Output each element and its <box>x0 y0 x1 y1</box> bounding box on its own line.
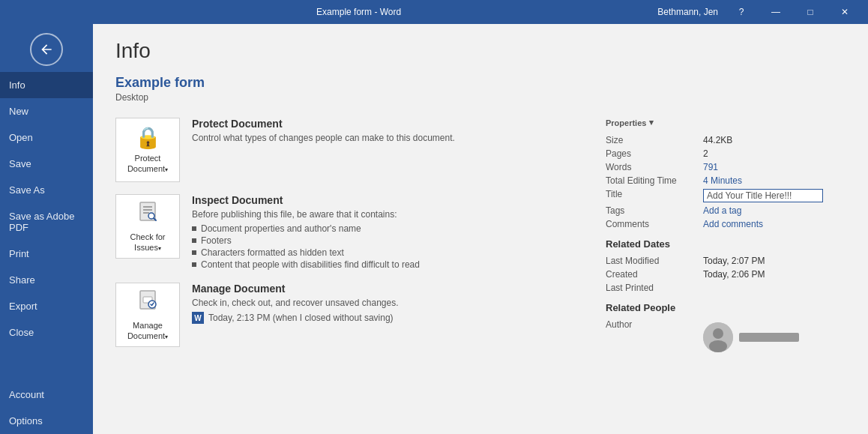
sidebar-item-new[interactable]: New <box>0 98 93 124</box>
prop-editing-time: Total Editing Time 4 Minutes <box>606 175 846 186</box>
prop-last-printed: Last Printed <box>606 283 846 293</box>
sidebar-item-close[interactable]: Close <box>0 319 93 346</box>
check-for-issues-button[interactable]: Check forIssues▾ <box>115 194 180 259</box>
back-button[interactable] <box>30 33 63 66</box>
inspect-document-title: Inspect Document <box>192 194 420 206</box>
list-item: Footers <box>192 235 420 247</box>
back-arrow-icon <box>39 42 54 57</box>
minimize-button[interactable]: — <box>759 0 793 24</box>
sidebar-item-print[interactable]: Print <box>0 241 93 267</box>
sidebar-item-save-adobe[interactable]: Save as Adobe PDF <box>0 203 93 241</box>
manage-document-section: ManageDocument▾ Manage Document Check in… <box>115 283 583 347</box>
inspect-document-list: Document properties and author's name Fo… <box>192 223 420 271</box>
properties-dropdown-arrow[interactable]: ▾ <box>649 118 654 127</box>
protect-document-button[interactable]: 🔒 ProtectDocument▾ <box>115 118 180 182</box>
prop-words: Words 791 <box>606 162 846 172</box>
sidebar-item-info[interactable]: Info <box>0 72 93 98</box>
related-people-header: Related People <box>606 302 846 313</box>
main-content: Info Example form Desktop 🔒 ProtectDocum… <box>93 24 868 434</box>
svg-point-11 <box>709 340 727 352</box>
author-name <box>739 333 799 342</box>
bullet-icon <box>192 238 196 243</box>
list-item: Content that people with disabilities fi… <box>192 259 420 271</box>
prop-author: Author <box>606 319 846 352</box>
list-item: Document properties and author's name <box>192 223 420 235</box>
close-button[interactable]: ✕ <box>828 0 862 24</box>
sidebar-item-account[interactable]: Account <box>0 382 93 408</box>
check-for-issues-label: Check forIssues▾ <box>130 232 165 253</box>
maximize-button[interactable]: □ <box>793 0 828 24</box>
protect-document-text: Protect Document Control what types of c… <box>192 118 455 146</box>
author-row <box>703 322 799 352</box>
inspect-document-text: Inspect Document Before publishing this … <box>192 194 420 271</box>
sidebar-item-share[interactable]: Share <box>0 267 93 293</box>
list-item: W Today, 2:13 PM (when I closed without … <box>192 311 399 325</box>
manage-icon <box>136 288 160 317</box>
bullet-icon <box>192 226 196 231</box>
titlebar: Example form - Word Bethmann, Jen ? — □ … <box>0 0 868 24</box>
properties-header: Properties ▾ <box>606 118 846 127</box>
titlebar-title: Example form - Word <box>66 7 651 17</box>
manage-document-label: ManageDocument▾ <box>127 320 168 342</box>
title-input[interactable] <box>703 189 823 202</box>
prop-size: Size 44.2KB <box>606 135 846 145</box>
manage-document-text: Manage Document Check in, check out, and… <box>192 283 399 325</box>
protect-document-section: 🔒 ProtectDocument▾ Protect Document Cont… <box>115 118 583 182</box>
document-location: Desktop <box>115 92 846 103</box>
properties-panel: Properties ▾ Size 44.2KB Pages 2 Words 7… <box>606 118 846 359</box>
inspect-document-description: Before publishing this file, be aware th… <box>192 209 420 220</box>
help-button[interactable]: ? <box>724 0 759 24</box>
word-icon: W <box>192 312 204 324</box>
lock-icon: 🔒 <box>135 125 161 150</box>
sidebar: Info New Open Save Save As Save as Adobe… <box>0 24 93 434</box>
related-dates-header: Related Dates <box>606 238 846 250</box>
inspect-icon <box>136 199 160 229</box>
prop-created: Created Today, 2:06 PM <box>606 269 846 280</box>
sidebar-item-save[interactable]: Save <box>0 151 93 177</box>
manage-document-list: W Today, 2:13 PM (when I closed without … <box>192 311 399 325</box>
bullet-icon <box>192 250 196 255</box>
sidebar-item-open[interactable]: Open <box>0 124 93 151</box>
prop-pages: Pages 2 <box>606 148 846 159</box>
bullet-icon <box>192 262 196 267</box>
author-avatar <box>703 322 733 352</box>
manage-document-button[interactable]: ManageDocument▾ <box>115 283 180 347</box>
sidebar-item-export[interactable]: Export <box>0 293 93 319</box>
sections-left: 🔒 ProtectDocument▾ Protect Document Cont… <box>115 118 583 359</box>
prop-tags: Tags Add a tag <box>606 205 846 216</box>
inspect-document-section: Check forIssues▾ Inspect Document Before… <box>115 194 583 271</box>
page-title: Info <box>115 39 846 63</box>
titlebar-user: Bethmann, Jen <box>651 7 724 17</box>
prop-last-modified: Last Modified Today, 2:07 PM <box>606 256 846 266</box>
sidebar-item-options[interactable]: Options <box>0 408 93 434</box>
protect-document-label: ProtectDocument▾ <box>127 153 168 175</box>
list-item: Characters formatted as hidden text <box>192 247 420 259</box>
document-name: Example form <box>115 75 846 91</box>
svg-point-10 <box>713 328 723 339</box>
manage-document-title: Manage Document <box>192 283 399 295</box>
protect-document-title: Protect Document <box>192 118 455 130</box>
prop-title: Title <box>606 189 846 202</box>
protect-document-description: Control what types of changes people can… <box>192 133 455 143</box>
sidebar-item-save-as[interactable]: Save As <box>0 177 93 203</box>
prop-comments: Comments Add comments <box>606 219 846 229</box>
manage-document-description: Check in, check out, and recover unsaved… <box>192 298 399 308</box>
